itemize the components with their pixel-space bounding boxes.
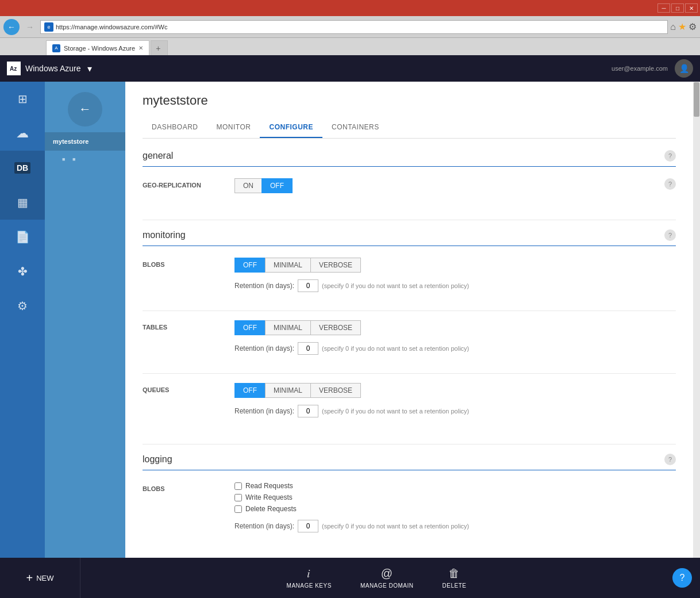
cloud-icon: ☁ bbox=[16, 126, 29, 141]
queues-retention-input[interactable] bbox=[298, 405, 318, 417]
blobs-retention-row: Retention (in days): (specify 0 if you d… bbox=[234, 279, 676, 292]
svg-text:Az: Az bbox=[10, 66, 17, 72]
table-icon: ▦ bbox=[17, 195, 28, 209]
close-button[interactable]: ✕ bbox=[685, 3, 698, 13]
tables-label: TABLES bbox=[143, 320, 234, 331]
browser-tab-label: Storage - Windows Azure bbox=[64, 45, 135, 52]
tables-monitoring-row: TABLES OFF MINIMAL VERBOSE Retention (in… bbox=[143, 320, 676, 364]
monitoring-help-icon[interactable]: ? bbox=[664, 229, 676, 241]
blobs-label: BLOBS bbox=[143, 258, 234, 268]
delete-action[interactable]: 🗑 DELETE bbox=[443, 567, 467, 589]
database-icon: DB bbox=[14, 162, 30, 174]
tab-dashboard[interactable]: DASHBOARD bbox=[143, 117, 207, 138]
logging-help-icon[interactable]: ? bbox=[664, 454, 676, 465]
azure-logo-icon: Az bbox=[7, 62, 21, 75]
blobs-retention-hint: (specify 0 if you do not want to set a r… bbox=[322, 282, 469, 289]
geo-on-button[interactable]: ON bbox=[234, 178, 261, 193]
queues-retention-row: Retention (in days): (specify 0 if you d… bbox=[234, 405, 676, 417]
sidebar-item-settings[interactable]: ⚙ bbox=[0, 289, 45, 323]
general-divider bbox=[143, 220, 676, 220]
tables-toggle-group: OFF MINIMAL VERBOSE bbox=[234, 320, 676, 335]
home-icon[interactable]: ⌂ bbox=[670, 22, 676, 32]
sidebar-item-network[interactable]: ✤ bbox=[0, 254, 45, 289]
blobs-monitoring-row: BLOBS OFF MINIMAL VERBOSE Retention (in … bbox=[143, 258, 676, 301]
browser-tab-inactive[interactable]: + bbox=[151, 40, 168, 55]
content-wrapper: myteststore DASHBOARD MONITOR CONFIGURE … bbox=[125, 82, 700, 558]
manage-domain-action[interactable]: @ MANAGE DOMAIN bbox=[360, 567, 414, 589]
delete-requests-checkbox[interactable] bbox=[234, 505, 242, 513]
geo-replication-row: GEO-REPLICATION ON OFF ? bbox=[143, 178, 676, 202]
geo-off-button[interactable]: OFF bbox=[261, 178, 293, 193]
sidebar-item-database[interactable]: DB bbox=[0, 151, 45, 185]
write-requests-item[interactable]: Write Requests bbox=[234, 493, 676, 501]
tab-close-icon[interactable]: ✕ bbox=[139, 45, 143, 51]
geo-replication-control: ON OFF bbox=[234, 178, 664, 193]
logging-retention-row: Retention (in days): (specify 0 if you d… bbox=[234, 520, 676, 532]
sub-sidebar-back-button[interactable]: ← bbox=[68, 92, 102, 126]
sidebar-item-cloud[interactable]: ☁ bbox=[0, 116, 45, 151]
minimize-button[interactable]: ─ bbox=[657, 3, 670, 13]
favorites-icon[interactable]: ★ bbox=[678, 21, 686, 32]
general-section: general ? GEO-REPLICATION ON OFF bbox=[143, 150, 676, 202]
queues-retention-label: Retention (in days): bbox=[234, 407, 294, 415]
tab-monitor[interactable]: MONITOR bbox=[207, 117, 260, 138]
general-help-icon[interactable]: ? bbox=[664, 150, 676, 162]
sub-sidebar-store-name[interactable]: myteststore bbox=[45, 132, 125, 151]
scroll-thumb[interactable] bbox=[694, 82, 699, 117]
back-button[interactable]: ← bbox=[3, 19, 20, 35]
sub-sidebar-sub-item[interactable]: ■ ■ bbox=[45, 151, 125, 168]
read-requests-item[interactable]: Read Requests bbox=[234, 482, 676, 490]
tab-containers[interactable]: CONTAINERS bbox=[322, 117, 389, 138]
queues-verbose-button[interactable]: VERBOSE bbox=[310, 383, 361, 398]
content-body: general ? GEO-REPLICATION ON OFF bbox=[125, 139, 693, 558]
browser-tab-active[interactable]: A Storage - Windows Azure ✕ bbox=[46, 40, 149, 55]
blobs-retention-input[interactable] bbox=[298, 279, 318, 292]
browser-window-controls: ─ □ ✕ bbox=[657, 3, 698, 13]
tables-retention-input[interactable] bbox=[298, 342, 318, 355]
settings-icon[interactable]: ⚙ bbox=[689, 21, 697, 32]
scroll-rail[interactable] bbox=[693, 82, 700, 558]
delete-requests-label: Delete Requests bbox=[245, 505, 297, 513]
write-requests-checkbox[interactable] bbox=[234, 494, 242, 501]
page-title: myteststore bbox=[143, 93, 676, 108]
topnav-avatar[interactable]: 👤 bbox=[675, 59, 693, 78]
manage-keys-label: MANAGE KEYS bbox=[287, 582, 332, 589]
tables-verbose-button[interactable]: VERBOSE bbox=[310, 320, 361, 335]
blobs-toggle-group: OFF MINIMAL VERBOSE bbox=[234, 258, 676, 273]
help-button[interactable]: ? bbox=[672, 568, 692, 588]
tables-minimal-button[interactable]: MINIMAL bbox=[265, 320, 310, 335]
blobs-minimal-button[interactable]: MINIMAL bbox=[265, 258, 310, 273]
sub-sidebar: ← myteststore ■ ■ bbox=[45, 82, 125, 558]
tables-retention-label: Retention (in days): bbox=[234, 344, 294, 352]
delete-requests-item[interactable]: Delete Requests bbox=[234, 505, 676, 513]
new-button[interactable]: + NEW bbox=[0, 558, 80, 598]
monitoring-section-header: monitoring ? bbox=[143, 229, 676, 246]
tables-off-button[interactable]: OFF bbox=[234, 320, 265, 335]
sidebar: ⊞ ☁ DB ▦ 📄 ✤ ⚙ bbox=[0, 82, 45, 558]
new-tab-icon: + bbox=[156, 44, 160, 53]
geo-field-help-icon[interactable]: ? bbox=[664, 178, 676, 190]
monitoring-section: monitoring ? BLOBS OFF MINIMAL VERBOSE bbox=[143, 229, 676, 427]
address-text: https://manage.windowsazure.com/#Wc bbox=[56, 24, 167, 30]
address-bar[interactable]: e https://manage.windowsazure.com/#Wc bbox=[40, 20, 668, 34]
logging-retention-input[interactable] bbox=[298, 520, 318, 532]
bottom-bar: + NEW 𝑖 MANAGE KEYS @ MANAGE DOMAIN 🗑 DE… bbox=[0, 558, 700, 598]
queues-minimal-button[interactable]: MINIMAL bbox=[265, 383, 310, 398]
queues-off-button[interactable]: OFF bbox=[234, 383, 265, 398]
forward-button[interactable]: → bbox=[22, 19, 38, 35]
manage-keys-action[interactable]: 𝑖 MANAGE KEYS bbox=[287, 567, 332, 589]
blobs-verbose-button[interactable]: VERBOSE bbox=[310, 258, 361, 273]
logging-section-title: logging bbox=[143, 454, 172, 465]
sidebar-item-table[interactable]: ▦ bbox=[0, 185, 45, 220]
read-requests-checkbox[interactable] bbox=[234, 482, 242, 490]
manage-domain-label: MANAGE DOMAIN bbox=[360, 582, 414, 589]
blobs-off-button[interactable]: OFF bbox=[234, 258, 265, 273]
tab-configure[interactable]: CONFIGURE bbox=[260, 117, 322, 138]
restore-button[interactable]: □ bbox=[671, 3, 684, 13]
general-section-header: general ? bbox=[143, 150, 676, 167]
tables-control: OFF MINIMAL VERBOSE Retention (in days):… bbox=[234, 320, 676, 355]
new-plus-icon: + bbox=[26, 572, 33, 585]
topnav-dropdown-icon[interactable]: ▾ bbox=[87, 63, 92, 74]
sidebar-item-documents[interactable]: 📄 bbox=[0, 220, 45, 254]
sidebar-item-grid[interactable]: ⊞ bbox=[0, 82, 45, 116]
